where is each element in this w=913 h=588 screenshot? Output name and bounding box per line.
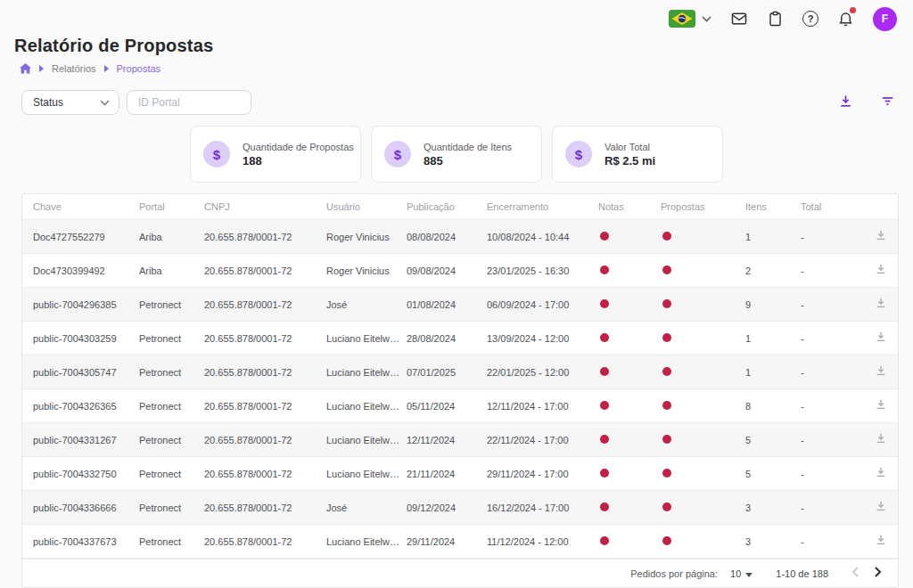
status-select[interactable]: Status bbox=[21, 90, 119, 115]
table-row[interactable]: Doc4727552279 Ariba 20.655.878/0001-72 R… bbox=[22, 220, 898, 254]
breadcrumb-item-relatorios[interactable]: Relatórios bbox=[52, 63, 96, 74]
row-download-button[interactable] bbox=[873, 261, 889, 280]
table-row[interactable]: public-7004303259 Petronect 20.655.878/0… bbox=[22, 322, 898, 355]
breadcrumb: Relatórios Propostas bbox=[20, 63, 899, 74]
cell-chave: public-7004332750 bbox=[33, 469, 139, 479]
export-download-button[interactable] bbox=[835, 90, 857, 115]
cell-cnpj: 20.655.878/0001-72 bbox=[204, 333, 326, 344]
table-row[interactable]: public-7004296385 Petronect 20.655.878/0… bbox=[22, 288, 898, 322]
breadcrumb-item-propostas[interactable]: Propostas bbox=[117, 63, 161, 74]
cell-itens: 1 bbox=[745, 367, 801, 378]
cell-encerramento: 16/12/2024 - 17:00 bbox=[487, 502, 598, 513]
dollar-icon: $ bbox=[565, 141, 592, 167]
next-page-button[interactable] bbox=[871, 563, 885, 584]
propostas-status-dot bbox=[662, 401, 671, 410]
cell-total: - bbox=[801, 469, 870, 479]
cell-usuario: Luciano Eitelwein bbox=[326, 435, 407, 445]
table-row[interactable]: public-7004332750 Petronect 20.655.878/0… bbox=[22, 457, 898, 491]
help-button[interactable]: ? bbox=[802, 11, 818, 27]
table-row[interactable]: public-7004331267 Petronect 20.655.878/0… bbox=[22, 423, 898, 457]
row-download-button[interactable] bbox=[873, 532, 889, 551]
download-icon bbox=[875, 466, 887, 481]
cell-notas bbox=[598, 401, 661, 412]
notas-status-dot bbox=[600, 299, 609, 308]
cell-encerramento: 11/12/2024 - 12:00 bbox=[487, 536, 598, 547]
chevron-down-icon bbox=[100, 96, 110, 109]
row-download-button[interactable] bbox=[873, 295, 889, 314]
chevron-right-icon bbox=[104, 65, 109, 72]
notas-status-dot bbox=[600, 401, 609, 410]
cell-encerramento: 10/08/2024 - 10:44 bbox=[487, 232, 598, 242]
column-header-notas: Notas bbox=[598, 201, 661, 212]
cell-notas bbox=[598, 299, 661, 310]
row-download-button[interactable] bbox=[873, 430, 889, 449]
cell-portal: Petronect bbox=[139, 299, 204, 310]
download-icon bbox=[875, 534, 887, 549]
mail-button[interactable] bbox=[730, 10, 748, 28]
cell-usuario: Luciano Eitelwein bbox=[326, 401, 407, 412]
card-value: R$ 2.5 mi bbox=[605, 154, 655, 167]
id-portal-input[interactable] bbox=[127, 90, 251, 115]
cell-itens: 9 bbox=[745, 299, 801, 310]
cell-portal: Petronect bbox=[139, 333, 204, 344]
avatar[interactable]: F bbox=[873, 7, 897, 31]
filter-list-icon bbox=[880, 94, 895, 111]
propostas-status-dot bbox=[662, 469, 671, 478]
row-download-button[interactable] bbox=[873, 464, 889, 483]
cell-itens: 3 bbox=[745, 502, 801, 513]
notification-badge bbox=[850, 7, 856, 13]
row-download-button[interactable] bbox=[873, 329, 889, 347]
page-header: Relatório de Propostas Relatórios Propos… bbox=[0, 34, 913, 74]
row-download-button[interactable] bbox=[873, 498, 889, 517]
cell-itens: 3 bbox=[745, 536, 801, 547]
cell-itens: 1 bbox=[745, 232, 801, 242]
table-row[interactable]: Doc4730399492 Ariba 20.655.878/0001-72 R… bbox=[22, 254, 898, 288]
table-row[interactable]: public-7004326365 Petronect 20.655.878/0… bbox=[22, 389, 898, 423]
previous-page-button[interactable] bbox=[848, 563, 862, 584]
cell-publicacao: 07/01/2025 bbox=[407, 367, 487, 378]
cell-encerramento: 06/09/2024 - 17:00 bbox=[487, 299, 598, 310]
notifications-button[interactable] bbox=[837, 10, 854, 28]
cell-chave: public-7004303259 bbox=[33, 333, 139, 344]
card-quantidade-itens: $ Quantidade de Itens 885 bbox=[371, 126, 542, 183]
table-row[interactable]: public-7004336666 Petronect 20.655.878/0… bbox=[22, 491, 898, 525]
table-row[interactable]: public-7004305747 Petronect 20.655.878/0… bbox=[22, 355, 898, 389]
per-page-select[interactable]: 10 bbox=[730, 568, 753, 579]
propostas-status-dot bbox=[662, 333, 671, 342]
filter-button[interactable] bbox=[876, 90, 899, 115]
cell-publicacao: 01/08/2024 bbox=[407, 299, 487, 310]
notas-status-dot bbox=[600, 536, 609, 545]
cell-total: - bbox=[801, 435, 870, 445]
clipboard-button[interactable] bbox=[767, 10, 784, 28]
notas-status-dot bbox=[600, 265, 609, 274]
download-icon bbox=[875, 398, 887, 413]
page-title: Relatório de Propostas bbox=[14, 36, 899, 56]
row-download-button[interactable] bbox=[873, 227, 889, 246]
cell-usuario: Luciano Eitelwein bbox=[326, 367, 407, 378]
cell-portal: Petronect bbox=[139, 367, 204, 378]
topbar: ? F bbox=[0, 0, 913, 34]
card-label: Quantidade de Itens bbox=[424, 142, 512, 152]
cell-notas bbox=[598, 469, 661, 479]
cell-publicacao: 09/08/2024 bbox=[407, 265, 487, 276]
download-icon bbox=[875, 364, 887, 380]
cell-chave: public-7004331267 bbox=[33, 435, 139, 445]
cell-total: - bbox=[801, 536, 870, 547]
cell-portal: Petronect bbox=[139, 469, 204, 479]
notas-status-dot bbox=[600, 367, 609, 376]
column-header-propostas: Propostas bbox=[661, 201, 745, 212]
download-icon bbox=[875, 500, 887, 515]
cell-propostas bbox=[661, 502, 745, 513]
propostas-status-dot bbox=[662, 435, 671, 444]
cell-publicacao: 28/08/2024 bbox=[407, 333, 487, 344]
propostas-status-dot bbox=[662, 232, 671, 241]
home-icon[interactable] bbox=[20, 63, 31, 74]
cell-chave: public-7004296385 bbox=[33, 299, 139, 310]
row-download-button[interactable] bbox=[873, 396, 889, 415]
pagination-range: 1-10 de 188 bbox=[776, 568, 828, 579]
row-download-button[interactable] bbox=[873, 363, 889, 381]
chevron-right-icon bbox=[875, 567, 882, 580]
table-row[interactable]: public-7004337673 Petronect 20.655.878/0… bbox=[22, 525, 898, 559]
brazil-flag-icon bbox=[669, 10, 695, 28]
language-switcher[interactable] bbox=[669, 10, 711, 28]
